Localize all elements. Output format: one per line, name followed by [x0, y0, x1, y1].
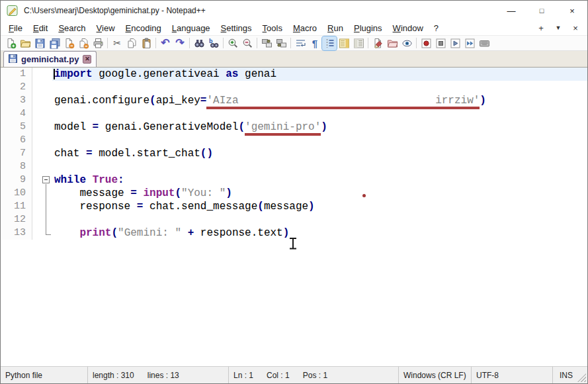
menu-item-macro[interactable]: Macro	[288, 22, 322, 34]
code-line-text[interactable]	[52, 213, 587, 226]
saved-file-icon	[9, 54, 17, 66]
open-file-icon[interactable]	[18, 36, 32, 50]
menu-item-plugins[interactable]: Plugins	[349, 22, 388, 34]
menu-item-tools[interactable]: Tools	[257, 22, 288, 34]
line-number[interactable]: 6	[1, 134, 32, 147]
position-indicator: Pos : 1	[303, 371, 327, 380]
tab-close-icon[interactable]: ✕	[83, 55, 91, 64]
fold-margin	[32, 68, 52, 81]
code-line-text[interactable]: import google.generativeai as genai	[52, 68, 587, 81]
line-number[interactable]: 12	[1, 213, 32, 226]
macro-record-icon[interactable]	[419, 36, 433, 50]
new-tab-icon[interactable]: +	[536, 23, 546, 33]
code-line-text[interactable]: print("Gemini: " + response.text)	[52, 226, 587, 240]
line-number[interactable]: 2	[1, 81, 32, 94]
macro-run-multiple-icon[interactable]	[462, 36, 477, 50]
save-all-icon[interactable]	[47, 36, 62, 50]
maximize-button[interactable]: □	[526, 1, 557, 21]
find-icon[interactable]	[192, 36, 206, 50]
status-bar: Python file length : 310 lines : 13 Ln :…	[1, 366, 587, 383]
show-all-characters-icon[interactable]: ¶	[308, 36, 322, 50]
menu-bar: FileEditSearchViewEncodingLanguageSettin…	[1, 21, 587, 35]
menu-item-edit[interactable]: Edit	[28, 22, 53, 34]
monitoring-icon[interactable]	[399, 36, 414, 50]
word-wrap-icon[interactable]	[293, 36, 308, 50]
tab-list-icon[interactable]: ▼	[553, 24, 564, 31]
minimize-button[interactable]: —	[496, 1, 526, 21]
notepad-plus-plus-window: C:\Users\mearj\Desktop\geminichat.py - N…	[0, 0, 588, 384]
menu-item-help[interactable]: ?	[429, 22, 444, 34]
undo-icon[interactable]: ↶	[158, 36, 173, 50]
lines-label: lines : 13	[147, 371, 179, 380]
menu-item-run[interactable]: Run	[322, 22, 349, 34]
title-bar: C:\Users\mearj\Desktop\geminichat.py - N…	[1, 1, 587, 21]
new-file-icon[interactable]	[3, 36, 18, 50]
line-number[interactable]: 10	[1, 187, 32, 200]
code-editor[interactable]: 1import google.generativeai as genai23ge…	[1, 68, 587, 367]
line-number[interactable]: 8	[1, 160, 32, 173]
line-number[interactable]: 4	[1, 107, 32, 120]
macro-stop-icon[interactable]	[433, 36, 448, 50]
fold-collapse-icon[interactable]	[32, 173, 52, 187]
menu-item-view[interactable]: View	[91, 22, 120, 34]
toolbar-separator	[223, 38, 224, 48]
editor-line-3: 3genai.configure(api_key='AIza irrziw')	[1, 94, 587, 107]
close-document-icon[interactable]: ×	[570, 23, 581, 33]
editor-line-7: 7chat = model.start_chat()	[1, 147, 587, 160]
paste-icon[interactable]	[139, 36, 153, 50]
close-icon[interactable]	[62, 36, 76, 50]
define-language-icon[interactable]	[370, 36, 385, 50]
zoom-out-icon[interactable]	[240, 36, 255, 50]
cut-icon[interactable]: ✂	[110, 36, 124, 50]
tab-geminichat[interactable]: geminichat.py ✕	[3, 51, 97, 67]
macro-save-icon[interactable]	[477, 36, 491, 50]
zoom-in-icon[interactable]	[226, 36, 240, 50]
document-list-icon[interactable]	[351, 36, 366, 50]
indent-guide-icon[interactable]	[322, 36, 337, 50]
macro-play-icon[interactable]	[448, 36, 462, 50]
toolbar-separator	[189, 38, 190, 48]
document-map-icon[interactable]	[337, 36, 351, 50]
save-icon[interactable]	[32, 36, 47, 50]
copy-icon[interactable]	[124, 36, 139, 50]
sync-horizontal-icon[interactable]	[274, 36, 288, 50]
code-line-text[interactable]: while True:	[52, 173, 587, 187]
close-button[interactable]: ×	[557, 1, 587, 21]
menu-item-encoding[interactable]: Encoding	[120, 22, 167, 34]
print-icon[interactable]	[91, 36, 105, 50]
column-indicator: Col : 1	[267, 371, 290, 380]
code-line-text[interactable]	[52, 134, 587, 147]
line-number[interactable]: 1	[1, 68, 32, 81]
doc-type-label: Python file	[5, 371, 42, 380]
code-line-text[interactable]: genai.configure(api_key='AIza irrziw')	[52, 94, 587, 107]
code-line-text[interactable]: chat = model.start_chat()	[52, 147, 587, 160]
menu-item-language[interactable]: Language	[167, 22, 216, 34]
code-line-text[interactable]	[52, 107, 587, 120]
fold-margin	[32, 147, 52, 160]
code-line-text[interactable]: message = input("You: ")	[52, 187, 587, 200]
toolbar-separator	[257, 38, 257, 48]
menu-item-window[interactable]: Window	[388, 22, 429, 34]
line-number[interactable]: 9	[1, 173, 32, 187]
line-number[interactable]: 7	[1, 147, 32, 160]
close-all-icon[interactable]	[76, 36, 91, 50]
toolbar-separator	[368, 38, 368, 48]
insert-mode-label: INS	[560, 371, 573, 380]
sync-vertical-icon[interactable]	[259, 36, 274, 50]
menu-item-file[interactable]: File	[3, 22, 28, 34]
redo-icon[interactable]: ↷	[173, 36, 187, 50]
code-line-text[interactable]	[52, 160, 587, 173]
line-number[interactable]: 11	[1, 200, 32, 213]
replace-icon[interactable]: b	[206, 36, 221, 50]
line-number[interactable]: 13	[1, 226, 32, 240]
code-line-text[interactable]: model = genai.GenerativeModel('gemini-pr…	[52, 120, 587, 134]
folder-as-workspace-icon[interactable]	[385, 36, 399, 50]
fold-margin	[32, 120, 52, 134]
fold-margin	[32, 160, 52, 173]
code-line-text[interactable]	[52, 81, 587, 94]
menu-item-search[interactable]: Search	[53, 22, 91, 34]
line-number[interactable]: 3	[1, 94, 32, 107]
line-number[interactable]: 5	[1, 120, 32, 134]
code-line-text[interactable]: response = chat.send_message(message)	[52, 200, 587, 213]
menu-item-settings[interactable]: Settings	[216, 22, 257, 34]
